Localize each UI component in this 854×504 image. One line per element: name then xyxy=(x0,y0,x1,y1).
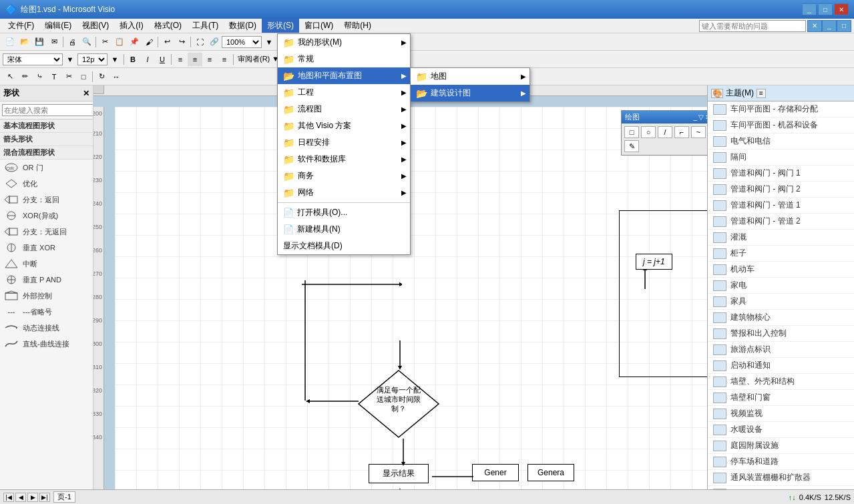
right-item-cabinet[interactable]: 柜子 xyxy=(708,246,854,262)
minimize-button[interactable]: _ xyxy=(802,3,817,15)
canvas-content[interactable]: 满足每一个配 送城市时间限 制？ xyxy=(115,107,707,489)
mini-panel-close[interactable]: ✕ xyxy=(705,113,707,121)
right-item-warehouse-machine[interactable]: 车间平面图 - 机器和设备 xyxy=(708,117,854,134)
submenu-architecture[interactable]: 📂 建筑设计图 ▶ xyxy=(411,85,529,101)
right-item-notification[interactable]: 启动和通知 xyxy=(708,358,854,374)
flowchart-result[interactable]: 显示结果 xyxy=(369,464,429,483)
mini-tool-wave[interactable]: ~ xyxy=(691,126,706,138)
submenu-map[interactable]: 📁 地图 ▶ xyxy=(411,68,529,85)
menu-insert[interactable]: 插入(I) xyxy=(114,19,148,33)
font-size-selector[interactable]: 12pt xyxy=(77,53,108,65)
crop-button[interactable]: ✂ xyxy=(61,70,76,83)
menu-tools[interactable]: 工具(T) xyxy=(187,19,224,33)
right-item-partition[interactable]: 隔间 xyxy=(708,150,854,166)
open-button[interactable]: 📂 xyxy=(17,35,32,49)
shape-branch-return[interactable]: 分支：返回 xyxy=(0,192,93,208)
flowchart-gen1[interactable]: Gener xyxy=(472,464,519,481)
page-next-button[interactable]: ▶ xyxy=(27,493,38,502)
right-item-ventilation[interactable]: 通风装置棚栅和扩散器 xyxy=(708,470,854,486)
shape-vert-xor[interactable]: 垂直 XOR xyxy=(0,240,93,256)
text-button[interactable]: T xyxy=(47,70,61,83)
pencil-button[interactable]: ✏ xyxy=(17,70,32,83)
menu-window[interactable]: 窗口(W) xyxy=(299,19,339,33)
right-item-parking[interactable]: 停车场和道路 xyxy=(708,454,854,470)
right-item-irrigation[interactable]: 灌溉 xyxy=(708,230,854,246)
shapes-schedule[interactable]: 📁 日程安排 ▶ xyxy=(278,134,410,151)
new-button[interactable]: 📄 xyxy=(3,35,17,49)
print-button[interactable]: 🖨 xyxy=(65,35,79,49)
save-button[interactable]: 💾 xyxy=(32,35,47,49)
menu-view[interactable]: 视图(V) xyxy=(77,19,114,33)
shapes-business[interactable]: 📁 商务 ▶ xyxy=(278,168,410,184)
shapes-engineering[interactable]: 📁 工程 ▶ xyxy=(278,84,410,101)
shapes-category-basic[interactable]: 基本流程图形状 xyxy=(0,119,93,133)
right-item-appliance[interactable]: 家电 xyxy=(708,278,854,294)
shapes-close-icon[interactable]: ✕ xyxy=(83,89,89,98)
connector-button[interactable]: ⤷ xyxy=(32,70,47,83)
right-item-vehicle[interactable]: 机动车 xyxy=(708,262,854,278)
mini-tool-pencil[interactable]: ✎ xyxy=(624,140,639,152)
shapes-other-visio[interactable]: 📁 其他 Visio 方案 ▶ xyxy=(278,117,410,134)
pointer-button[interactable]: ↖ xyxy=(3,70,17,83)
restore-button[interactable]: □ xyxy=(818,3,833,15)
font-family-dropdown[interactable]: ▼ xyxy=(63,53,77,66)
cut-button[interactable]: ✂ xyxy=(97,35,112,49)
rotate-button[interactable]: ↻ xyxy=(94,70,109,83)
right-item-furniture[interactable]: 家具 xyxy=(708,294,854,310)
print-preview-button[interactable]: 🔍 xyxy=(79,35,94,49)
redo-button[interactable]: ↪ xyxy=(174,35,189,49)
help-restore-button[interactable]: □ xyxy=(837,20,851,32)
help-close-button[interactable]: ✕ xyxy=(807,20,822,32)
right-item-alarm[interactable]: 警报和出入控制 xyxy=(708,326,854,342)
shape-dynamic-connector[interactable]: 动态连接线 xyxy=(0,320,93,336)
right-item-bathroom[interactable]: 卫生间和厨房平面图 xyxy=(708,486,854,489)
font-family-selector[interactable]: 宋体 xyxy=(3,53,63,65)
mini-panel-minimize[interactable]: _ xyxy=(693,113,697,121)
shapes-general[interactable]: 📁 常规 xyxy=(278,51,410,67)
connect-button[interactable]: 🔗 xyxy=(207,35,222,49)
font-size-dropdown[interactable]: ▼ xyxy=(108,53,122,66)
close-button[interactable]: ✕ xyxy=(834,3,849,15)
right-item-garden[interactable]: 庭园附属设施 xyxy=(708,438,854,454)
page-first-button[interactable]: |◀ xyxy=(3,493,14,502)
shapes-show-document[interactable]: 显示文档模具(D) xyxy=(278,238,410,254)
shapes-open-stencil[interactable]: 📄 打开模具(O)... xyxy=(278,204,410,221)
flowchart-diamond[interactable]: 满足每一个配 送城市时间限 制？ xyxy=(355,367,442,443)
help-minimize-button[interactable]: _ xyxy=(822,20,837,32)
right-item-warehouse-storage[interactable]: 车间平面图 - 存储和分配 xyxy=(708,101,854,117)
menu-help[interactable]: 帮助(H) xyxy=(339,19,377,33)
theme-menu-icon[interactable]: ≡ xyxy=(757,89,766,98)
shape-xor[interactable]: XOR(异或) xyxy=(0,208,93,224)
shapes-search-input[interactable] xyxy=(2,104,93,116)
right-item-walls-windows[interactable]: 墙壁和门窗 xyxy=(708,390,854,406)
flip-button[interactable]: ↔ xyxy=(109,70,124,83)
right-item-pipe-valve1[interactable]: 管道和阀门 - 阀门 1 xyxy=(708,166,854,182)
right-item-plumbing[interactable]: 水暖设备 xyxy=(708,422,854,438)
right-item-walls[interactable]: 墙壁、外壳和结构 xyxy=(708,374,854,390)
menu-format[interactable]: 格式(O) xyxy=(149,19,187,33)
zoom-dropdown[interactable]: ▼ xyxy=(262,35,276,49)
right-item-video[interactable]: 视频监视 xyxy=(708,406,854,422)
shapes-network[interactable]: 📁 网络 ▶ xyxy=(278,184,410,201)
shapes-software-db[interactable]: 📁 软件和数据库 ▶ xyxy=(278,151,410,168)
right-item-pipe-valve2[interactable]: 管道和阀门 - 阀门 2 xyxy=(708,182,854,198)
shape-branch-noreturn[interactable]: 分支：无返回 xyxy=(0,224,93,240)
email-button[interactable]: ✉ xyxy=(47,35,61,49)
shape-interrupt[interactable]: 中断 xyxy=(0,256,93,272)
help-search-input[interactable] xyxy=(699,20,806,32)
theme-icon[interactable]: 🎨 xyxy=(711,89,723,98)
italic-button[interactable]: I xyxy=(140,53,155,66)
shape-button[interactable]: □ xyxy=(76,70,91,83)
menu-file[interactable]: 文件(F) xyxy=(3,19,39,33)
menu-edit[interactable]: 编辑(E) xyxy=(39,19,77,33)
shape-or-gate[interactable]: OR OR 门 xyxy=(0,160,93,176)
mini-tool-line[interactable]: / xyxy=(658,126,672,138)
right-item-pipe-pipe2[interactable]: 管道和阀门 - 管道 2 xyxy=(708,214,854,230)
align-center-button[interactable]: ≡ xyxy=(188,53,202,66)
align-left-button[interactable]: ≡ xyxy=(173,53,188,66)
right-item-electrical[interactable]: 电气和电信 xyxy=(708,134,854,150)
mini-tool-rect[interactable]: □ xyxy=(624,126,639,138)
shape-vert-p-and[interactable]: 垂直 P AND xyxy=(0,272,93,288)
page-last-button[interactable]: ▶| xyxy=(39,493,50,502)
paste-button[interactable]: 📌 xyxy=(127,35,142,49)
